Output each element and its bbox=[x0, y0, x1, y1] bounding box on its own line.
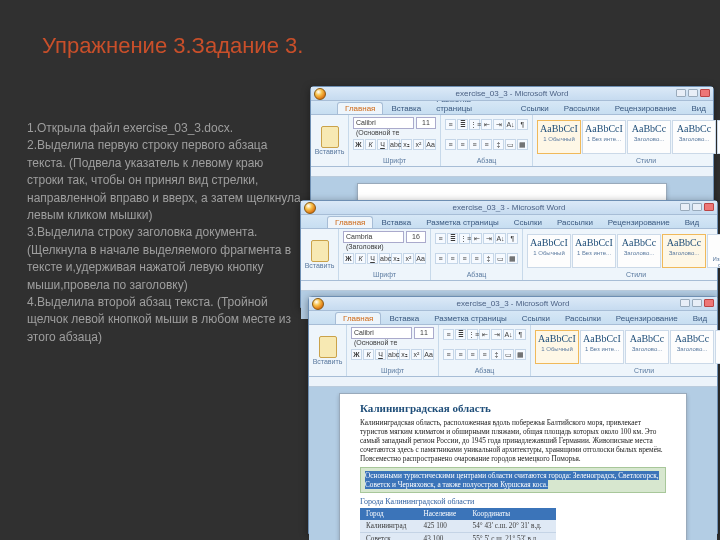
office-orb-icon[interactable] bbox=[314, 88, 326, 100]
outdent-button[interactable]: ⇤ bbox=[471, 233, 482, 244]
italic-button[interactable]: К bbox=[355, 253, 366, 264]
font-name-combo[interactable]: Cambria (Заголовки) bbox=[343, 231, 404, 243]
tab-Рецензирование[interactable]: Рецензирование bbox=[608, 103, 684, 114]
sub-button[interactable]: x₂ bbox=[391, 253, 402, 264]
borders-button[interactable]: ▦ bbox=[515, 349, 526, 360]
style-box[interactable]: AaBbCcЗаголово... bbox=[627, 120, 671, 154]
tab-Вид[interactable]: Вид bbox=[686, 313, 714, 324]
align-right-button[interactable]: ≡ bbox=[467, 349, 478, 360]
style-box[interactable]: AaBbCcI1 Обычный bbox=[535, 330, 579, 364]
font-size-combo[interactable]: 11 bbox=[414, 327, 434, 339]
tab-Рассылки[interactable]: Рассылки bbox=[558, 313, 608, 324]
tab-Ссылки[interactable]: Ссылки bbox=[507, 217, 549, 228]
indent-button[interactable]: ⇥ bbox=[483, 233, 494, 244]
table-header[interactable]: Координаты bbox=[467, 508, 556, 520]
indent-button[interactable]: ⇥ bbox=[491, 329, 502, 340]
align-left-button[interactable]: ≡ bbox=[435, 253, 446, 264]
underline-button[interactable]: Ч bbox=[367, 253, 378, 264]
titlebar[interactable]: exercise_03_3 - Microsoft Word bbox=[311, 87, 713, 101]
tab-Разметка страницы[interactable]: Разметка страницы bbox=[427, 313, 514, 324]
doc-heading[interactable]: Калининградская область bbox=[360, 402, 666, 414]
table-row[interactable]: Советск43 10055° 5' с.ш. 21° 53' в.д. bbox=[360, 532, 556, 540]
tab-Главная[interactable]: Главная bbox=[337, 102, 383, 114]
minimize-button[interactable] bbox=[676, 89, 686, 97]
style-box[interactable]: AaBbCcI1 Без инте... bbox=[580, 330, 624, 364]
tab-Главная[interactable]: Главная bbox=[335, 312, 381, 324]
bullets-button[interactable]: ≡ bbox=[445, 119, 456, 130]
doc-subheading[interactable]: Города Калининградской области bbox=[360, 495, 666, 508]
titlebar[interactable]: exercise_03_3 - Microsoft Word bbox=[309, 297, 717, 311]
style-box[interactable]: AaBbCcЗаголово... bbox=[617, 234, 661, 268]
numbering-button[interactable]: ≣ bbox=[455, 329, 466, 340]
tab-Вид[interactable]: Вид bbox=[685, 103, 713, 114]
tab-Главная[interactable]: Главная bbox=[327, 216, 373, 228]
shading-button[interactable]: ▭ bbox=[505, 139, 516, 150]
justify-button[interactable]: ≡ bbox=[479, 349, 490, 360]
align-right-button[interactable]: ≡ bbox=[459, 253, 470, 264]
underline-button[interactable]: Ч bbox=[375, 349, 386, 360]
doc-table[interactable]: ГородНаселениеКоординаты Калининград425 … bbox=[360, 508, 556, 540]
paste-icon[interactable] bbox=[319, 336, 337, 358]
sort-button[interactable]: A↓ bbox=[503, 329, 514, 340]
close-button[interactable] bbox=[704, 299, 714, 307]
document-area[interactable]: Калининградская область Калининградская … bbox=[309, 387, 717, 540]
change-styles-button[interactable]: AИзменить стили bbox=[715, 330, 720, 364]
maximize-button[interactable] bbox=[692, 299, 702, 307]
tab-Рецензирование[interactable]: Рецензирование bbox=[609, 313, 685, 324]
style-box[interactable]: AaBbCcI1 Без инте... bbox=[582, 120, 626, 154]
strike-button[interactable]: abc bbox=[387, 349, 398, 360]
ruler[interactable] bbox=[311, 167, 713, 177]
minimize-button[interactable] bbox=[680, 299, 690, 307]
tab-Вставка[interactable]: Вставка bbox=[374, 217, 418, 228]
table-row[interactable]: Калининград425 10054° 43' с.ш. 20° 31' в… bbox=[360, 520, 556, 533]
style-box[interactable]: AaBbCcЗаголово... bbox=[625, 330, 669, 364]
show-marks-button[interactable]: ¶ bbox=[507, 233, 518, 244]
shading-button[interactable]: ▭ bbox=[503, 349, 514, 360]
table-cell[interactable]: Калининград bbox=[360, 520, 418, 533]
bold-button[interactable]: Ж bbox=[351, 349, 362, 360]
close-button[interactable] bbox=[700, 89, 710, 97]
strike-button[interactable]: abc bbox=[389, 139, 400, 150]
tab-Вставка[interactable]: Вставка bbox=[384, 103, 428, 114]
italic-button[interactable]: К bbox=[363, 349, 374, 360]
font-name-combo[interactable]: Calibri (Основной те bbox=[353, 117, 414, 129]
sup-button[interactable]: x² bbox=[413, 139, 424, 150]
table-header[interactable]: Город bbox=[360, 508, 418, 520]
font-size-combo[interactable]: 16 bbox=[406, 231, 426, 243]
align-left-button[interactable]: ≡ bbox=[445, 139, 456, 150]
line-spacing-button[interactable]: ‡ bbox=[483, 253, 494, 264]
align-right-button[interactable]: ≡ bbox=[469, 139, 480, 150]
style-box[interactable]: AaBbCcЗаголово... bbox=[672, 120, 716, 154]
paste-icon[interactable] bbox=[311, 240, 329, 262]
underline-button[interactable]: Ч bbox=[377, 139, 388, 150]
justify-button[interactable]: ≡ bbox=[481, 139, 492, 150]
ruler[interactable] bbox=[309, 377, 717, 387]
sub-button[interactable]: x₂ bbox=[399, 349, 410, 360]
table-cell[interactable]: 54° 43' с.ш. 20° 31' в.д. bbox=[467, 520, 556, 533]
shading-button[interactable]: ▭ bbox=[495, 253, 506, 264]
show-marks-button[interactable]: ¶ bbox=[515, 329, 526, 340]
font-size-combo[interactable]: 11 bbox=[416, 117, 436, 129]
doc-paragraph-1[interactable]: Калининградская область, расположенная в… bbox=[360, 418, 666, 464]
style-box[interactable]: AaBbCcЗаголово... bbox=[670, 330, 714, 364]
borders-button[interactable]: ▦ bbox=[507, 253, 518, 264]
table-cell[interactable]: 43 100 bbox=[418, 532, 467, 540]
sort-button[interactable]: A↓ bbox=[505, 119, 516, 130]
align-left-button[interactable]: ≡ bbox=[443, 349, 454, 360]
maximize-button[interactable] bbox=[692, 203, 702, 211]
line-spacing-button[interactable]: ‡ bbox=[491, 349, 502, 360]
numbering-button[interactable]: ≣ bbox=[457, 119, 468, 130]
multilevel-button[interactable]: ⋮≡ bbox=[459, 233, 470, 244]
style-box[interactable]: AaBbCcI1 Обычный bbox=[537, 120, 581, 154]
paste-icon[interactable] bbox=[321, 126, 339, 148]
office-orb-icon[interactable] bbox=[304, 202, 316, 214]
table-cell[interactable]: 425 100 bbox=[418, 520, 467, 533]
titlebar[interactable]: exercise_03_3 - Microsoft Word bbox=[301, 201, 717, 215]
ruler[interactable] bbox=[301, 281, 717, 291]
bold-button[interactable]: Ж bbox=[353, 139, 364, 150]
maximize-button[interactable] bbox=[688, 89, 698, 97]
table-cell[interactable]: Советск bbox=[360, 532, 418, 540]
change-styles-button[interactable]: AИзменить стили bbox=[707, 234, 720, 268]
borders-button[interactable]: ▦ bbox=[517, 139, 528, 150]
multilevel-button[interactable]: ⋮≡ bbox=[467, 329, 478, 340]
